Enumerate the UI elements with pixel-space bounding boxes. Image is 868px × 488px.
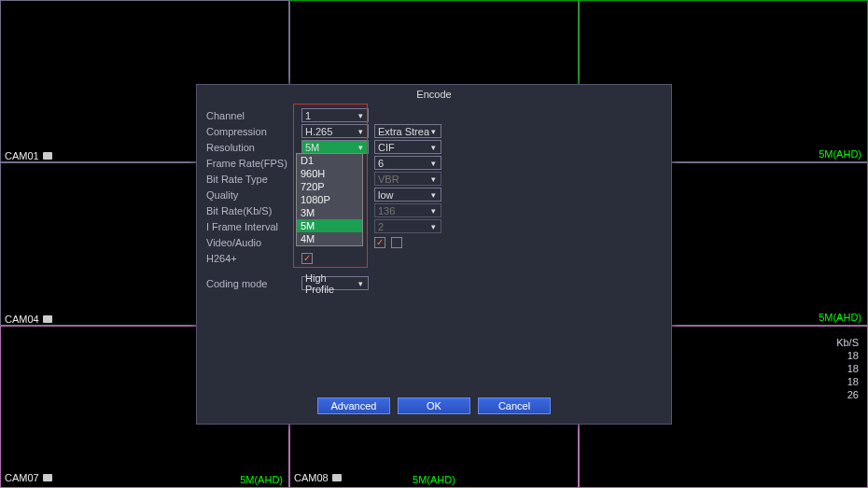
resolution-dropdown-list[interactable]: D1960H720P1080P3M5M4M — [296, 153, 363, 246]
chevron-down-icon: ▾ — [356, 111, 365, 120]
camera-icon — [43, 315, 52, 323]
resolution-select[interactable]: 5M▾ — [301, 140, 369, 154]
advanced-button[interactable]: Advanced — [317, 397, 390, 414]
label-fps: Frame Rate(FPS) — [206, 158, 296, 169]
coding-mode-select[interactable]: High Profile▾ — [301, 276, 369, 290]
sub-iframe-select[interactable]: 2▾ — [374, 219, 441, 233]
sub-brkbs-select[interactable]: 136▾ — [374, 203, 441, 217]
cam-format-label: 5M(AHD) — [413, 474, 455, 485]
cam-name: CAM07 — [5, 472, 52, 483]
sub-brtype-select[interactable]: VBR▾ — [374, 172, 441, 186]
compression-select[interactable]: H.265▾ — [301, 124, 369, 138]
chevron-down-icon: ▾ — [356, 127, 365, 136]
dialog-title: Encode — [197, 85, 671, 104]
label-h264p: H264+ — [206, 253, 296, 264]
h264plus-checkbox[interactable] — [301, 253, 313, 264]
chevron-down-icon: ▾ — [356, 143, 365, 152]
resolution-option[interactable]: 5M — [297, 219, 362, 232]
label-resolution: Resolution — [206, 142, 296, 153]
label-va: Video/Audio — [206, 237, 296, 248]
label-quality: Quality — [206, 189, 296, 201]
sub-video-checkbox[interactable] — [374, 237, 385, 248]
chevron-down-icon: ▾ — [429, 127, 438, 136]
sub-resolution-select[interactable]: CIF▾ — [374, 140, 441, 154]
cam-format-label: 5M(AHD) — [819, 148, 861, 160]
camera-icon — [332, 474, 342, 481]
label-compression: Compression — [206, 126, 296, 137]
sub-fps-select[interactable]: 6▾ — [374, 156, 441, 170]
sub-compression-select[interactable]: Extra Stream▾ — [374, 124, 441, 138]
cam-format-label: 5M(AHD) — [240, 474, 283, 485]
camera-icon — [43, 152, 52, 160]
channel-select[interactable]: 1▾ — [301, 108, 369, 122]
sub-audio-checkbox[interactable] — [391, 237, 402, 248]
resolution-option[interactable]: 720P — [297, 180, 362, 193]
label-brtype: Bit Rate Type — [206, 174, 296, 185]
chevron-down-icon: ▾ — [428, 206, 438, 216]
chevron-down-icon: ▾ — [428, 159, 438, 168]
camera-icon — [43, 474, 52, 481]
resolution-option[interactable]: 4M — [297, 232, 362, 245]
chevron-down-icon: ▾ — [428, 190, 438, 200]
ok-button[interactable]: OK — [398, 397, 470, 414]
resolution-option[interactable]: 3M — [297, 206, 362, 219]
cancel-button[interactable]: Cancel — [478, 397, 551, 414]
resolution-option[interactable]: D1 — [297, 154, 362, 167]
resolution-option[interactable]: 960H — [297, 167, 362, 180]
label-brkbs: Bit Rate(Kb/S) — [206, 205, 296, 216]
label-iframe: I Frame Interval — [206, 221, 296, 232]
label-coding: Coding mode — [206, 278, 296, 289]
sub-quality-select[interactable]: low▾ — [374, 188, 441, 202]
label-channel: Channel — [206, 110, 296, 121]
chevron-down-icon: ▾ — [356, 279, 365, 288]
chevron-down-icon: ▾ — [428, 143, 438, 152]
encode-dialog: Encode Channel 1▾ Compression H.265▾ Ext… — [196, 84, 672, 425]
cam-format-label: 5M(AHD) — [819, 312, 861, 323]
cam-name: CAM08 — [294, 472, 342, 483]
chevron-down-icon: ▾ — [428, 174, 438, 184]
bitrate-readout: Kb/S 18 18 18 26 — [836, 336, 859, 401]
cam-name: CAM01 — [5, 150, 52, 161]
chevron-down-icon: ▾ — [428, 222, 438, 231]
resolution-option[interactable]: 1080P — [297, 193, 362, 206]
cam-name: CAM04 — [5, 314, 52, 325]
